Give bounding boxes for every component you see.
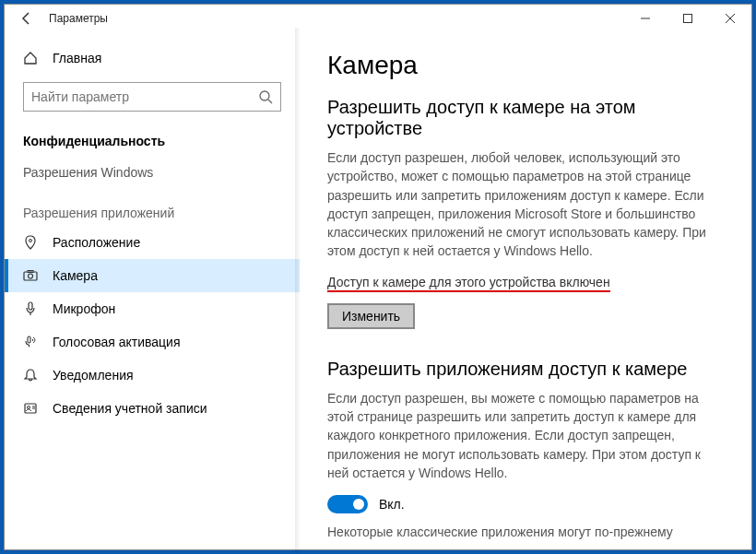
section-device-access-desc: Если доступ разрешен, любой человек, исп… [327, 148, 724, 261]
app-access-toggle[interactable] [327, 495, 368, 513]
svg-rect-12 [28, 336, 30, 343]
device-access-status: Доступ к камере для этого устройства вкл… [327, 275, 610, 292]
close-button[interactable] [709, 5, 751, 32]
sidebar-item-voice-activation[interactable]: Голосовая активация [5, 325, 300, 359]
home-label: Главная [53, 51, 101, 65]
sidebar-item-label: Микрофон [53, 301, 115, 316]
sidebar-item-notifications[interactable]: Уведомления [5, 359, 300, 392]
window-title: Параметры [49, 12, 108, 25]
section-app-access-desc: Если доступ разрешен, вы можете с помощь… [327, 389, 724, 482]
sidebar-item-label: Сведения учетной записи [53, 401, 207, 416]
back-button[interactable] [12, 11, 41, 26]
section-device-access-title: Разрешить доступ к камере на этом устрой… [327, 97, 724, 139]
home-icon [23, 51, 38, 65]
svg-line-5 [268, 100, 272, 103]
maximize-button[interactable] [667, 5, 709, 32]
sidebar-item-account-info[interactable]: Сведения учетной записи [5, 392, 300, 425]
svg-rect-10 [29, 302, 32, 310]
search-input-container[interactable] [23, 82, 281, 112]
windows-permissions-nav[interactable]: Разрешения Windows [5, 156, 300, 189]
location-icon [23, 235, 38, 250]
app-permissions-title: Разрешения приложений [5, 189, 300, 226]
main-content: Камера Разрешить доступ к камере на этом… [300, 32, 751, 549]
search-input[interactable] [31, 89, 258, 104]
sidebar-item-label: Камера [53, 268, 98, 283]
sidebar-item-label: Уведомления [53, 368, 134, 383]
section-app-access-title: Разрешить приложениям доступ к камере [327, 359, 724, 380]
page-title: Камера [327, 51, 724, 80]
svg-point-15 [28, 407, 30, 409]
toggle-label: Вкл. [379, 497, 405, 512]
svg-point-8 [29, 274, 33, 278]
minimize-button[interactable] [624, 5, 667, 32]
sidebar: Главная Конфиденциальность Разрешения Wi… [5, 32, 300, 549]
camera-icon [23, 268, 38, 283]
svg-point-4 [260, 91, 269, 100]
sidebar-item-label: Расположение [53, 235, 140, 250]
svg-rect-1 [684, 15, 692, 23]
sidebar-item-location[interactable]: Расположение [5, 226, 300, 259]
svg-point-6 [30, 240, 32, 242]
sidebar-item-label: Голосовая активация [53, 335, 181, 349]
sidebar-item-camera[interactable]: Камера [5, 259, 300, 292]
microphone-icon [23, 301, 38, 316]
home-nav[interactable]: Главная [5, 43, 300, 73]
change-button[interactable]: Изменить [327, 303, 415, 329]
bell-icon [23, 368, 38, 383]
account-icon [23, 401, 38, 416]
svg-rect-7 [24, 272, 37, 280]
sidebar-item-microphone[interactable]: Микрофон [5, 292, 300, 325]
footnote: Некоторые классические приложения могут … [327, 525, 724, 539]
search-icon [258, 89, 273, 104]
category-header: Конфиденциальность [5, 126, 300, 156]
voice-icon [23, 335, 38, 349]
